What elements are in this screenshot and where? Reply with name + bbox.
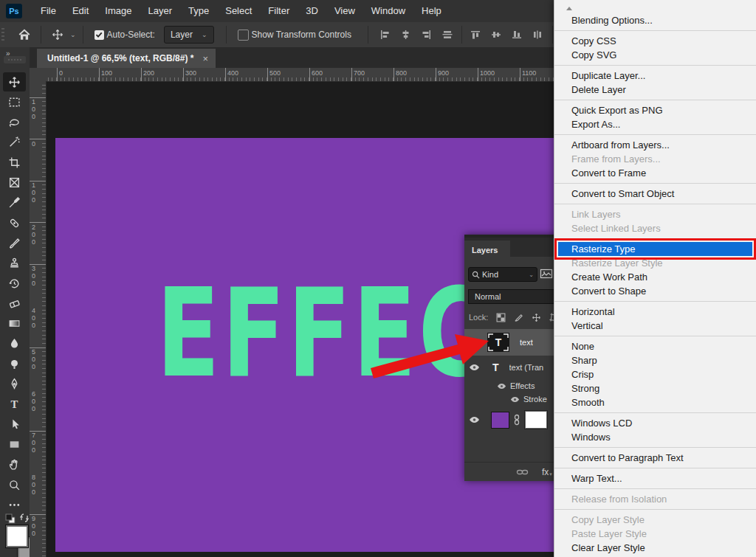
menu-item-duplicate-layer[interactable]: Duplicate Layer...: [554, 69, 756, 83]
menu-item-horizontal[interactable]: Horizontal: [554, 305, 756, 319]
distribute-horizontal-centers-icon[interactable]: [529, 26, 547, 44]
menu-image[interactable]: Image: [97, 0, 140, 22]
align-bottom-edges-icon[interactable]: [509, 26, 526, 44]
menu-item-artboard-from-layers[interactable]: Artboard from Layers...: [554, 138, 756, 152]
lock-position-icon[interactable]: [532, 313, 541, 322]
gradient-tool[interactable]: [3, 314, 26, 333]
menu-item-select-linked-layers: Select Linked Layers: [554, 221, 756, 235]
ruler-label: 800: [32, 474, 38, 496]
menu-item-export-as[interactable]: Export As...: [554, 117, 756, 131]
chevron-down-icon[interactable]: ⌄: [70, 31, 76, 38]
magic-wand-tool[interactable]: [3, 133, 26, 152]
eraser-tool[interactable]: [3, 294, 26, 313]
menu-3d[interactable]: 3D: [298, 0, 326, 22]
auto-select-checkbox[interactable]: [94, 30, 104, 40]
menu-item-windows[interactable]: Windows: [554, 430, 756, 444]
menu-item-warp-text[interactable]: Warp Text...: [554, 471, 756, 485]
menu-window[interactable]: Window: [363, 0, 413, 22]
align-vertical-centers-icon[interactable]: [488, 26, 506, 44]
menu-view[interactable]: View: [326, 0, 363, 22]
home-icon[interactable]: [15, 25, 34, 44]
lock-transparency-icon[interactable]: [496, 313, 506, 322]
path-select-tool[interactable]: [3, 415, 26, 434]
crop-tool[interactable]: [3, 153, 26, 172]
align-top-edges-icon[interactable]: [467, 26, 485, 44]
swap-colors-icon[interactable]: [19, 513, 30, 523]
menu-item-convert-to-paragraph-text[interactable]: Convert to Paragraph Text: [554, 451, 756, 465]
menu-item-convert-to-smart-object[interactable]: Convert to Smart Object: [554, 187, 756, 201]
history-brush-tool[interactable]: [3, 274, 26, 293]
menu-item-quick-export-as-png[interactable]: Quick Export as PNG: [554, 103, 756, 117]
menu-edit[interactable]: Edit: [64, 0, 97, 22]
shape-tool[interactable]: [3, 435, 26, 454]
marquee-tool[interactable]: [3, 92, 26, 111]
type-tool[interactable]: T: [3, 395, 26, 414]
distribute-vertical-centers-icon[interactable]: [439, 26, 456, 44]
menu-item-smooth[interactable]: Smooth: [554, 395, 756, 409]
menu-filter[interactable]: Filter: [260, 0, 298, 22]
align-horizontal-centers-icon[interactable]: [397, 26, 415, 44]
menu-item-crisp[interactable]: Crisp: [554, 367, 756, 381]
default-colors-icon[interactable]: [5, 513, 16, 524]
move-tool[interactable]: [3, 72, 26, 91]
link-layers-icon[interactable]: [516, 467, 529, 477]
menu-item-copy-css[interactable]: Copy CSS: [554, 34, 756, 48]
ruler-label: 500: [269, 69, 281, 77]
layer-style-fx-icon[interactable]: fx: [542, 467, 549, 477]
lock-pixels-icon[interactable]: [514, 313, 523, 322]
hand-tool[interactable]: [3, 455, 26, 474]
healing-brush-tool[interactable]: [3, 213, 26, 232]
menu-select[interactable]: Select: [217, 0, 260, 22]
frame-tool[interactable]: [3, 173, 26, 193]
layer-mask-link-icon[interactable]: [513, 414, 520, 426]
ruler-label: 800: [396, 69, 407, 77]
visibility-eye-icon[interactable]: [510, 396, 520, 403]
layer-mask-thumbnail[interactable]: [525, 411, 547, 429]
pen-tool[interactable]: [3, 375, 26, 394]
menu-item-copy-svg[interactable]: Copy SVG: [554, 48, 756, 62]
close-tab-icon[interactable]: ×: [202, 53, 208, 64]
menu-item-strong[interactable]: Strong: [554, 381, 756, 395]
edit-toolbar[interactable]: [3, 495, 26, 514]
menu-type[interactable]: Type: [180, 0, 217, 22]
menu-item-windows-lcd[interactable]: Windows LCD: [554, 416, 756, 430]
annotation-arrow: [365, 328, 502, 391]
menu-item-delete-layer[interactable]: Delete Layer: [554, 83, 756, 97]
ruler-label: 0: [32, 140, 38, 148]
menu-layer[interactable]: Layer: [140, 0, 181, 22]
blur-tool[interactable]: [3, 334, 26, 353]
menu-scroll-up-icon[interactable]: [554, 3, 756, 13]
menu-item-rasterize-type[interactable]: Rasterize Type: [558, 242, 752, 256]
ruler-label: 300: [32, 265, 38, 287]
foreground-color-swatch[interactable]: [6, 525, 28, 547]
toolbar-grip[interactable]: [4, 56, 26, 63]
clone-stamp-tool[interactable]: [3, 254, 26, 273]
dodge-tool[interactable]: [3, 354, 26, 373]
menu-file[interactable]: File: [32, 0, 64, 22]
layer-filter-dropdown[interactable]: Kind ⌄: [468, 267, 537, 282]
menu-item-convert-to-shape[interactable]: Convert to Shape: [554, 284, 756, 298]
brush-tool[interactable]: [3, 233, 26, 252]
menu-item-create-work-path[interactable]: Create Work Path: [554, 270, 756, 284]
menu-item-blending-options[interactable]: Blending Options...: [554, 13, 756, 27]
color-fill-thumbnail[interactable]: [491, 412, 509, 429]
menu-help[interactable]: Help: [413, 0, 450, 22]
menu-item-convert-to-frame[interactable]: Convert to Frame: [554, 166, 756, 180]
document-tab[interactable]: Untitled-1 @ 66,5% (text, RGB/8#) * ×: [37, 49, 216, 68]
lock-options: Lock:: [469, 308, 559, 326]
align-right-edges-icon[interactable]: [418, 26, 436, 44]
eyedropper-tool[interactable]: [3, 193, 26, 212]
zoom-tool[interactable]: [3, 475, 26, 494]
lasso-tool[interactable]: [3, 113, 26, 132]
menu-item-clear-layer-style[interactable]: Clear Layer Style: [554, 541, 756, 555]
move-tool-preset-icon[interactable]: [48, 25, 67, 44]
auto-select-target-dropdown[interactable]: Layer⌄: [164, 26, 214, 44]
menu-item-none[interactable]: None: [554, 339, 756, 353]
align-left-edges-icon[interactable]: [377, 26, 394, 44]
show-transform-controls-checkbox[interactable]: [238, 30, 249, 41]
layers-panel-tab[interactable]: Layers: [464, 241, 510, 260]
pixel-layer-filter-icon[interactable]: [540, 268, 553, 280]
visibility-eye-icon[interactable]: [467, 416, 481, 423]
menu-item-vertical[interactable]: Vertical: [554, 319, 756, 333]
menu-item-sharp[interactable]: Sharp: [554, 353, 756, 367]
